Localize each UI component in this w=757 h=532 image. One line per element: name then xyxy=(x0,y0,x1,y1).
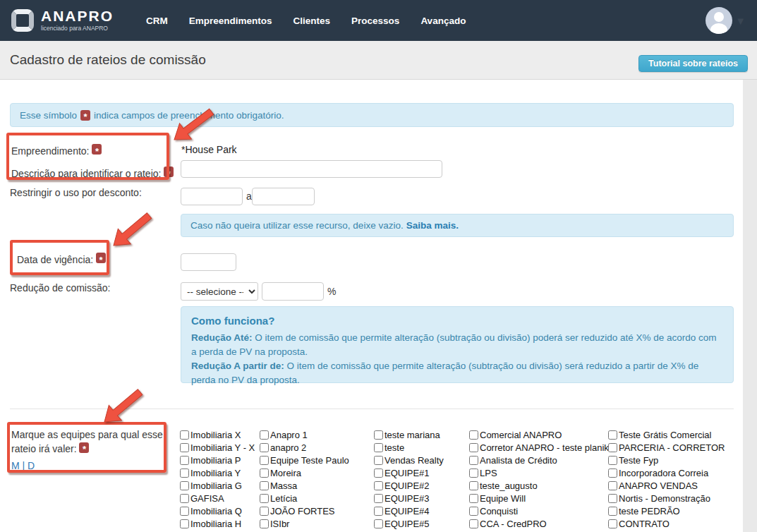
team-checkbox-option[interactable]: teste PEDRÃO xyxy=(608,504,739,517)
team-checkbox[interactable] xyxy=(180,430,189,440)
team-checkbox-option[interactable]: Massa xyxy=(260,479,374,492)
team-checkbox-option[interactable]: JOÃO FORTES xyxy=(260,504,374,517)
tutorial-button[interactable]: Tutorial sobre rateios xyxy=(638,55,748,72)
nav-menu-item[interactable]: Empreendimentos xyxy=(189,16,272,26)
team-checkbox[interactable] xyxy=(469,430,478,440)
team-checkbox-option[interactable]: Nortis - Demonstração xyxy=(608,492,739,504)
team-checkbox-option[interactable]: Letícia xyxy=(260,492,374,504)
team-checkbox-option[interactable]: ANAPRO VENDAS xyxy=(608,479,739,492)
reducao-percent-input[interactable] xyxy=(262,282,324,301)
team-checkbox[interactable] xyxy=(608,443,617,452)
team-checkbox-option[interactable]: CONTRATO xyxy=(608,517,739,530)
team-checkbox[interactable] xyxy=(374,430,383,440)
team-checkbox[interactable] xyxy=(180,468,189,478)
team-checkbox-option[interactable]: EQUIPE#5 xyxy=(374,517,469,530)
team-checkbox[interactable] xyxy=(260,468,269,478)
reducao-select[interactable]: -- selecione -- xyxy=(181,282,258,301)
team-checkbox[interactable] xyxy=(608,519,617,528)
team-checkbox-option[interactable]: teste_augusto xyxy=(469,479,608,492)
desconto-max-input[interactable] xyxy=(252,188,315,205)
team-checkbox[interactable] xyxy=(608,507,617,516)
team-checkbox-option[interactable]: Teste Fyp xyxy=(608,454,739,466)
team-checkbox[interactable] xyxy=(180,507,189,516)
team-checkbox-option[interactable]: Imobiliaria Y - X xyxy=(180,441,260,454)
team-checkbox-option[interactable]: LPS xyxy=(469,466,608,479)
team-checkbox[interactable] xyxy=(469,507,478,516)
team-checkbox-option[interactable]: CCA - CredPRO xyxy=(469,517,608,530)
team-checkbox-option[interactable]: EQUIPE#4 xyxy=(374,504,469,517)
vigencia-date-input[interactable] xyxy=(181,253,236,271)
team-checkbox[interactable] xyxy=(608,481,617,490)
team-checkbox-option[interactable]: Analista de Crédito xyxy=(469,454,608,466)
team-checkbox[interactable] xyxy=(260,494,269,503)
nav-menu-item[interactable]: Processos xyxy=(351,16,399,26)
team-checkbox[interactable] xyxy=(180,481,189,490)
team-checkbox[interactable] xyxy=(469,494,478,503)
team-checkbox-option[interactable]: GAFISA xyxy=(180,492,260,504)
brand-logo[interactable]: ANAPRO licenciado para ANAPRO xyxy=(11,9,114,32)
chevron-down-icon[interactable]: ▼ xyxy=(735,15,746,27)
team-checkbox-option[interactable]: teste xyxy=(374,441,469,454)
team-checkbox[interactable] xyxy=(469,519,478,528)
team-checkbox-option[interactable]: Moreira xyxy=(260,466,374,479)
marcar-todos-link[interactable]: M xyxy=(11,460,20,471)
team-checkbox[interactable] xyxy=(469,456,478,465)
team-checkbox-option[interactable]: Corretor ANAPRO - teste planik xyxy=(469,441,608,454)
team-checkbox[interactable] xyxy=(260,430,269,440)
team-checkbox[interactable] xyxy=(180,443,189,452)
team-checkbox[interactable] xyxy=(608,456,617,465)
team-checkbox-option[interactable]: Incorporadora Correia xyxy=(608,466,739,479)
desconto-min-input[interactable] xyxy=(181,188,243,205)
team-checkbox[interactable] xyxy=(180,519,189,528)
team-checkbox-option[interactable]: anapro 2 xyxy=(260,441,374,454)
team-checkbox-option[interactable]: EQUIPE#2 xyxy=(374,479,469,492)
team-checkbox[interactable] xyxy=(469,481,478,490)
team-checkbox-option[interactable]: Imobiliaria Y xyxy=(180,466,260,479)
team-checkbox[interactable] xyxy=(260,519,269,528)
team-checkbox[interactable] xyxy=(260,456,269,465)
team-checkbox-option[interactable]: EQUIPE#1 xyxy=(374,466,469,479)
nav-menu-item[interactable]: CRM xyxy=(146,16,168,26)
team-checkbox-option[interactable]: Imobiliaria G xyxy=(180,479,260,492)
team-checkbox-option[interactable]: Imobiliaria X xyxy=(180,428,260,441)
team-checkbox[interactable] xyxy=(469,443,478,452)
team-checkbox-option[interactable]: Teste Grátis Comercial xyxy=(608,428,739,441)
team-checkbox[interactable] xyxy=(608,468,617,478)
team-checkbox-option[interactable]: Equipe Will xyxy=(469,492,608,504)
team-checkbox[interactable] xyxy=(374,456,383,465)
team-checkbox-option[interactable]: EQUIPE#3 xyxy=(374,492,469,504)
user-avatar[interactable] xyxy=(705,7,732,34)
team-checkbox[interactable] xyxy=(374,519,383,528)
team-checkbox[interactable] xyxy=(469,468,478,478)
saiba-mais-link[interactable]: Saiba mais. xyxy=(406,220,459,231)
team-checkbox-option[interactable]: teste mariana xyxy=(374,428,469,441)
team-checkbox[interactable] xyxy=(374,443,383,452)
team-checkbox-option[interactable]: Imobiliaria H xyxy=(180,517,260,530)
section-divider xyxy=(10,409,734,409)
descricao-input[interactable] xyxy=(181,160,442,178)
team-checkbox[interactable] xyxy=(374,494,383,503)
team-checkbox[interactable] xyxy=(260,507,269,516)
nav-menu-item[interactable]: Avançado xyxy=(420,16,466,26)
team-checkbox[interactable] xyxy=(260,481,269,490)
team-checkbox[interactable] xyxy=(260,443,269,452)
team-checkbox-option[interactable]: Imobiliaria P xyxy=(180,454,260,466)
team-checkbox-option[interactable]: Vendas Realty xyxy=(374,454,469,466)
team-checkbox[interactable] xyxy=(374,468,383,478)
team-checkbox[interactable] xyxy=(374,481,383,490)
team-checkbox[interactable] xyxy=(180,494,189,503)
team-checkbox-option[interactable]: PARCERIA - CORRETOR xyxy=(608,441,739,454)
team-checkbox[interactable] xyxy=(374,507,383,516)
team-checkbox[interactable] xyxy=(608,494,617,503)
team-checkbox-option[interactable]: Equipe Teste Paulo xyxy=(260,454,374,466)
team-checkbox-option[interactable]: Anapro 1 xyxy=(260,428,374,441)
anapro-logo-icon xyxy=(11,9,34,32)
team-checkbox-option[interactable]: Conquisti xyxy=(469,504,608,517)
team-checkbox-option[interactable]: Imobiliaria Q xyxy=(180,504,260,517)
nav-menu-item[interactable]: Clientes xyxy=(293,16,331,26)
desmarcar-todos-link[interactable]: D xyxy=(28,460,35,471)
team-checkbox[interactable] xyxy=(608,430,617,440)
team-checkbox-option[interactable]: Comercial ANAPRO xyxy=(469,428,608,441)
team-checkbox-option[interactable]: ISIbr xyxy=(260,517,374,530)
team-checkbox[interactable] xyxy=(180,456,189,465)
